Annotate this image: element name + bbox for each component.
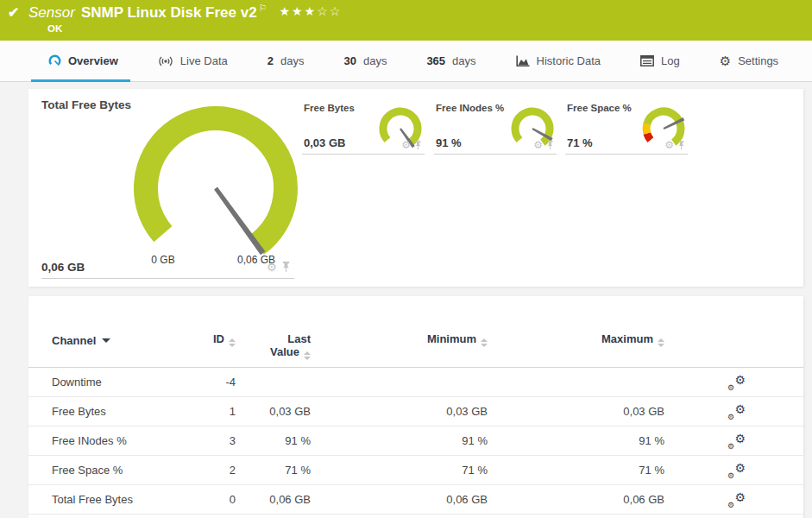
gear-icon: ⚙ xyxy=(720,54,731,67)
channels-table: Channel ID Last Value Minimum Maximum Do… xyxy=(28,296,803,518)
flag-icon[interactable]: ⚐ xyxy=(259,3,268,13)
tab-365-days[interactable]: 365 days xyxy=(426,41,475,81)
column-label: Minimum xyxy=(427,332,476,345)
gauge-value: 91 % xyxy=(436,136,462,149)
gauge-free-inodes: Free INodes % 91 % ⚙ xyxy=(434,97,557,155)
gear-icon[interactable]: ⚙ xyxy=(401,140,411,150)
column-header-channel[interactable]: Channel xyxy=(52,334,110,347)
channel-name[interactable]: Free Space % xyxy=(52,456,123,484)
channel-name[interactable]: Downtime xyxy=(52,368,102,396)
channel-last-value: 0,03 GB xyxy=(224,397,311,426)
tab-2-days[interactable]: 2 days xyxy=(268,41,305,81)
sort-icon[interactable] xyxy=(658,338,664,347)
gauge-value: 0,03 GB xyxy=(304,136,345,149)
chevron-down-icon xyxy=(102,338,110,343)
channel-id: 1 xyxy=(149,397,236,426)
sensor-title: SNMP Linux Disk Free v2 xyxy=(81,4,257,21)
channel-minimum: 91 % xyxy=(401,426,488,455)
tab-bar: Overview Live Data 2 days 30 days 365 da… xyxy=(0,41,812,82)
gauges-panel: Total Free Bytes 0 GB 0,06 GB 0,06 GB ⚙ … xyxy=(28,89,803,287)
gear-icon[interactable]: ⚙ xyxy=(267,262,277,273)
column-label: ID xyxy=(213,332,224,345)
channel-settings-gears-icon[interactable]: ⚙⚙ xyxy=(727,404,746,421)
channel-last-value: 0,06 GB xyxy=(224,485,311,514)
channel-minimum: 71 % xyxy=(401,456,488,484)
gauge-free-space: Free Space % 71 % ⚙ xyxy=(565,97,688,155)
channel-name[interactable]: Total Free Bytes xyxy=(52,485,133,514)
object-kind-label: Sensor xyxy=(28,4,75,21)
tab-label: days xyxy=(280,54,304,67)
tab-number: 365 xyxy=(426,54,445,67)
channel-settings-gears-icon[interactable]: ⚙⚙ xyxy=(727,375,746,392)
table-row-downtime: Downtime -4 ⚙⚙ xyxy=(28,368,803,397)
column-header-id[interactable]: ID xyxy=(149,332,236,347)
log-icon xyxy=(640,55,654,66)
channel-id: 2 xyxy=(149,456,236,484)
tab-live-data[interactable]: Live Data xyxy=(158,41,228,81)
channel-last-value: 71 % xyxy=(224,456,311,484)
channel-maximum: 0,03 GB xyxy=(578,397,664,426)
tab-settings[interactable]: ⚙ Settings xyxy=(720,41,778,81)
table-row-free-space: Free Space % 2 71 % 71 % 71 % ⚙⚙ xyxy=(28,456,803,485)
tab-30-days[interactable]: 30 days xyxy=(343,41,387,81)
channel-maximum: 0,06 GB xyxy=(578,485,664,514)
channel-name[interactable]: Free INodes % xyxy=(52,426,127,455)
column-header-minimum[interactable]: Minimum xyxy=(401,332,488,347)
channel-settings-gears-icon[interactable]: ⚙⚙ xyxy=(727,463,746,480)
tab-log[interactable]: Log xyxy=(640,41,680,81)
channel-last-value: 91 % xyxy=(224,426,311,455)
table-row-free-inodes: Free INodes % 3 91 % 91 % 91 % ⚙⚙ xyxy=(28,426,803,456)
tab-label: days xyxy=(452,54,475,67)
gear-icon[interactable]: ⚙ xyxy=(533,140,543,150)
pin-icon[interactable] xyxy=(677,141,685,150)
channel-settings-gears-icon[interactable]: ⚙⚙ xyxy=(727,492,746,509)
priority-stars[interactable]: ★★★☆☆ xyxy=(280,4,343,18)
sort-icon[interactable] xyxy=(304,351,311,360)
channel-settings-gears-icon[interactable]: ⚙⚙ xyxy=(727,433,746,451)
sort-icon[interactable] xyxy=(481,338,488,347)
pin-icon[interactable] xyxy=(281,262,291,273)
broadcast-icon xyxy=(158,55,173,67)
gauge-scale-min: 0 GB xyxy=(122,254,205,266)
gear-icon[interactable]: ⚙ xyxy=(664,140,674,150)
tab-label: Live Data xyxy=(180,54,228,67)
column-label: Maximum xyxy=(601,332,653,345)
channel-id: 3 xyxy=(149,426,236,455)
gauge-title: Total Free Bytes xyxy=(41,98,131,111)
channel-minimum: 0,06 GB xyxy=(401,485,488,514)
gauge-title: Free INodes % xyxy=(436,103,504,113)
gauge-free-bytes: Free Bytes 0,03 GB ⚙ xyxy=(302,97,425,155)
tab-label: Historic Data xyxy=(537,54,601,67)
table-header-row: Channel ID Last Value Minimum Maximum xyxy=(28,296,803,368)
column-header-last-value[interactable]: Last Value xyxy=(224,332,311,360)
tab-label: days xyxy=(363,54,387,67)
gauge-title: Free Space % xyxy=(567,103,632,113)
table-row-free-bytes: Free Bytes 1 0,03 GB 0,03 GB 0,03 GB ⚙⚙ xyxy=(28,397,803,426)
channel-name[interactable]: Free Bytes xyxy=(52,397,106,426)
column-header-maximum[interactable]: Maximum xyxy=(578,332,664,347)
channel-maximum: 91 % xyxy=(578,426,664,455)
channel-id: -4 xyxy=(149,368,236,396)
status-ok-check-icon: ✔ xyxy=(8,4,19,21)
sensor-status-text: OK xyxy=(47,23,62,34)
tab-number: 2 xyxy=(268,54,274,67)
gauge-underline xyxy=(41,278,294,279)
pin-icon[interactable] xyxy=(546,141,554,150)
channel-minimum: 0,03 GB xyxy=(401,397,488,426)
table-row-total-free-bytes: Total Free Bytes 0 0,06 GB 0,06 GB 0,06 … xyxy=(28,485,803,515)
gauge-title: Free Bytes xyxy=(304,103,355,113)
area-chart-icon xyxy=(516,55,530,67)
gauge-value: 0,06 GB xyxy=(41,261,85,274)
gauge-icon xyxy=(48,54,61,67)
pin-icon[interactable] xyxy=(414,141,422,150)
gauge-value: 71 % xyxy=(567,136,593,149)
column-label: Last xyxy=(287,332,311,345)
tab-label: Settings xyxy=(738,54,778,67)
tab-overview[interactable]: Overview xyxy=(48,41,118,81)
column-label: Value xyxy=(270,345,299,358)
column-label: Channel xyxy=(52,334,96,347)
channel-maximum: 71 % xyxy=(578,456,664,484)
tab-historic-data[interactable]: Historic Data xyxy=(516,41,601,81)
tab-number: 30 xyxy=(343,54,356,67)
sensor-status-header: ✔ SensorSNMP Linux Disk Free v2⚐★★★☆☆ OK xyxy=(0,0,812,41)
